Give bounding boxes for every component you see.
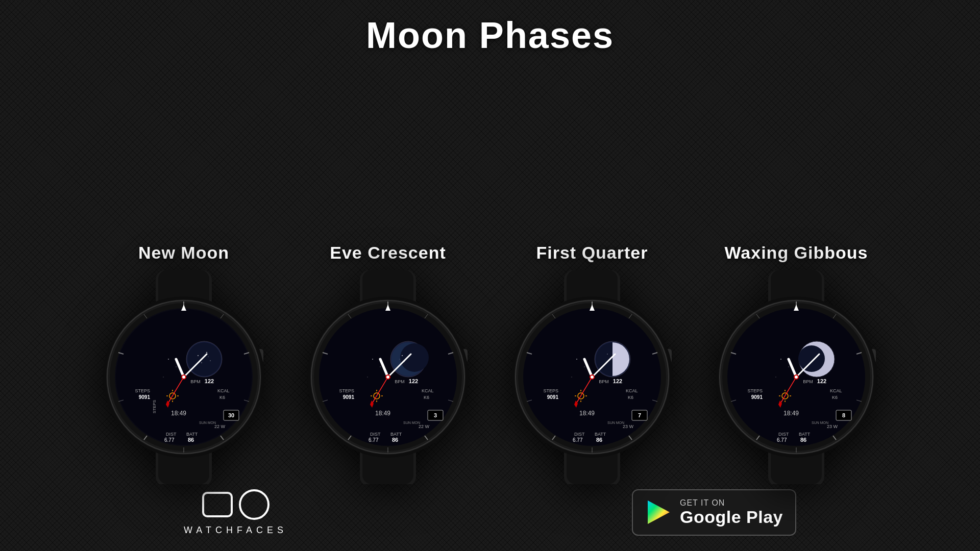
svg-text:18:49: 18:49 (783, 410, 799, 417)
watch-label-first-quarter: First Quarter (536, 243, 648, 263)
svg-point-33 (210, 360, 211, 361)
play-store-name: Google Play (680, 508, 783, 527)
watch-label-waxing-gibbous: Waxing Gibbous (725, 243, 868, 263)
svg-text:6.77: 6.77 (369, 437, 379, 443)
svg-point-78 (367, 377, 368, 378)
watch-label-new-moon: New Moon (138, 243, 229, 263)
bottom-row: WATCHFACES GET IT ON Google Play (184, 489, 796, 536)
svg-point-34 (201, 362, 202, 363)
svg-text:BPM: BPM (190, 379, 201, 384)
logo-tagline: WATCHFACES (184, 525, 287, 536)
svg-text:3: 3 (434, 412, 437, 418)
watch-svg-first-quarter: BPM 122 STEPS 9091 KCAL K6 18:49 7 SUN M… (505, 270, 679, 484)
svg-text:8: 8 (842, 412, 845, 418)
svg-text:STEPS: STEPS (152, 399, 157, 413)
watch-svg-waxing-gibbous: BPM 122 STEPS 9091 KCAL K6 18:49 8 SUN M… (709, 270, 883, 484)
svg-point-30 (187, 342, 221, 376)
svg-text:9091: 9091 (547, 394, 559, 400)
svg-point-32 (206, 352, 207, 353)
svg-text:6.77: 6.77 (573, 437, 583, 443)
svg-text:K6: K6 (832, 395, 838, 400)
svg-text:BPM: BPM (599, 379, 609, 384)
svg-point-93 (400, 343, 429, 372)
svg-point-74 (372, 359, 373, 360)
svg-text:K6: K6 (219, 395, 225, 400)
play-text-block: GET IT ON Google Play (680, 498, 783, 527)
svg-text:DIST: DIST (370, 432, 381, 437)
svg-text:122: 122 (613, 378, 622, 384)
logo-symbols (202, 489, 270, 520)
svg-point-31 (198, 355, 199, 356)
watch-item-waxing-gibbous: Waxing Gibbous (709, 243, 883, 484)
watch-label-eve-crescent: Eve Crescent (330, 243, 446, 263)
svg-text:KCAL: KCAL (217, 388, 230, 393)
svg-text:7: 7 (638, 412, 641, 418)
svg-text:DIST: DIST (778, 432, 789, 437)
svg-point-76 (380, 366, 381, 367)
svg-point-14 (176, 366, 177, 367)
svg-point-236 (795, 375, 798, 379)
svg-text:122: 122 (817, 378, 826, 384)
svg-text:SUN  MON: SUN MON (403, 421, 420, 424)
svg-text:BATT: BATT (186, 432, 198, 437)
svg-text:122: 122 (205, 378, 214, 384)
svg-text:SUN  MON: SUN MON (607, 421, 624, 424)
svg-marker-238 (648, 500, 670, 524)
svg-text:SUN  MON: SUN MON (812, 421, 828, 424)
svg-text:STEPS: STEPS (339, 388, 354, 393)
svg-text:23 W: 23 W (827, 424, 838, 429)
svg-text:30: 30 (228, 412, 234, 418)
svg-point-179 (591, 375, 594, 379)
watch-svg-new-moon: BPM 122 STEPS STEPS 9091 KCAL K6 18:49 (97, 270, 271, 484)
play-get-it-text: GET IT ON (680, 498, 783, 508)
svg-text:STEPS: STEPS (135, 388, 150, 393)
svg-text:18:49: 18:49 (171, 410, 186, 417)
svg-text:22 W: 22 W (214, 424, 226, 429)
svg-point-12 (168, 359, 169, 360)
logo-circle (239, 489, 270, 520)
svg-text:BATT: BATT (390, 432, 402, 437)
svg-text:STEPS: STEPS (543, 388, 558, 393)
svg-text:BPM: BPM (395, 379, 405, 384)
svg-text:9091: 9091 (343, 394, 355, 400)
svg-point-194 (788, 366, 789, 367)
svg-text:DIST: DIST (166, 432, 177, 437)
svg-text:KCAL: KCAL (422, 388, 434, 393)
google-play-badge[interactable]: GET IT ON Google Play (632, 489, 796, 536)
watches-row: New Moon (97, 66, 883, 484)
svg-text:KCAL: KCAL (626, 388, 638, 393)
svg-point-35 (208, 356, 208, 357)
svg-text:22 W: 22 W (419, 424, 430, 429)
svg-text:K6: K6 (424, 395, 429, 400)
logo-rect (202, 492, 233, 517)
svg-text:BATT: BATT (595, 432, 606, 437)
svg-text:DIST: DIST (574, 432, 585, 437)
svg-text:6.77: 6.77 (777, 437, 787, 443)
svg-point-138 (571, 377, 572, 378)
svg-text:STEPS: STEPS (747, 388, 763, 393)
svg-text:SUN  MON: SUN MON (199, 421, 216, 424)
page-title: Moon Phases (366, 14, 614, 56)
svg-text:18:49: 18:49 (375, 410, 390, 417)
svg-point-121 (386, 375, 389, 379)
watch-item-first-quarter: First Quarter (505, 243, 679, 484)
svg-text:BPM: BPM (803, 379, 813, 384)
svg-text:9091: 9091 (751, 394, 763, 400)
svg-text:86: 86 (188, 437, 194, 443)
svg-point-153 (607, 354, 608, 355)
svg-text:9091: 9091 (139, 394, 151, 400)
svg-point-61 (182, 375, 185, 379)
svg-point-211 (798, 345, 825, 372)
google-play-icon (645, 499, 671, 525)
svg-point-96 (399, 359, 400, 359)
svg-text:122: 122 (409, 378, 418, 384)
svg-point-94 (402, 355, 403, 356)
svg-point-192 (780, 359, 781, 360)
logo-container: WATCHFACES (184, 489, 287, 536)
svg-text:KCAL: KCAL (830, 388, 842, 393)
svg-point-196 (775, 377, 776, 378)
svg-text:6.77: 6.77 (164, 437, 175, 443)
svg-text:23 W: 23 W (623, 424, 634, 429)
svg-text:86: 86 (596, 437, 602, 443)
svg-text:BATT: BATT (799, 432, 811, 437)
